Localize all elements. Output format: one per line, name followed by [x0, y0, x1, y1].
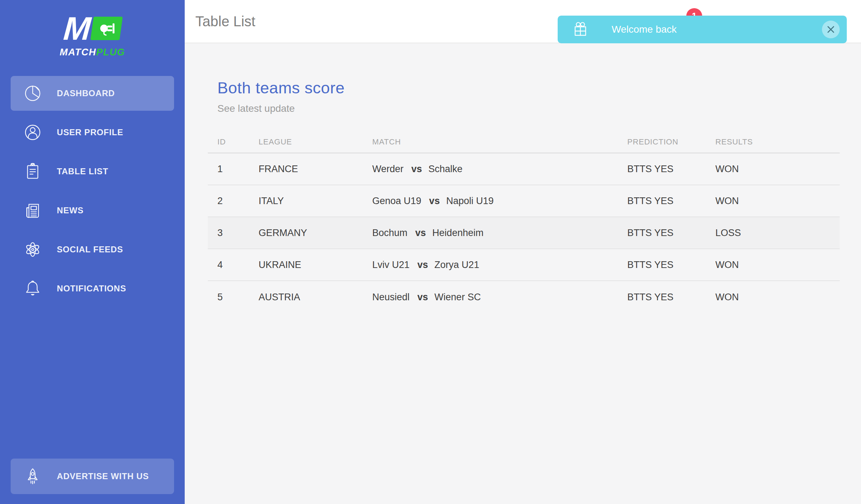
sidebar-item-label: USER PROFILE: [57, 127, 123, 137]
sidebar-item-notifications[interactable]: NOTIFICATIONS: [11, 271, 174, 306]
logo-wordmark: MATCHPLUG: [60, 47, 125, 58]
vs-label: vs: [417, 292, 428, 302]
sidebar: M MATCHPLUG DASHBOAR: [0, 0, 185, 504]
col-results: RESULTS: [715, 137, 840, 147]
plug-icon: [91, 17, 123, 40]
cell-result: WON: [715, 164, 840, 175]
table-row[interactable]: 5 AUSTRIA NeusiedlvsWiener SC BTTS YES W…: [208, 281, 840, 313]
advertise-with-us-button[interactable]: ADVERTISE WITH US: [11, 459, 174, 494]
content: Both teams score See latest update ID LE…: [185, 43, 861, 313]
sidebar-item-table-list[interactable]: TABLE LIST: [11, 154, 174, 189]
sidebar-item-label: NEWS: [57, 206, 83, 215]
toast-message: Welcome back: [612, 24, 822, 35]
sidebar-nav: DASHBOARD USER PROFILE TA: [0, 76, 185, 310]
cell-result: WON: [715, 292, 840, 303]
section-title: Both teams score: [217, 79, 861, 97]
cell-prediction: BTTS YES: [627, 196, 715, 207]
sidebar-item-label: DASHBOARD: [57, 88, 115, 98]
sidebar-item-news[interactable]: NEWS: [11, 193, 174, 228]
table-row[interactable]: 3 GERMANY BochumvsHeidenheim BTTS YES LO…: [208, 217, 840, 249]
cell-id: 4: [217, 259, 259, 270]
gift-icon: [571, 19, 590, 40]
section-subtitle: See latest update: [217, 103, 861, 114]
table-row[interactable]: 2 ITALY Genoa U19vsNapoli U19 BTTS YES W…: [208, 185, 840, 217]
sidebar-item-label: SOCIAL FEEDS: [57, 245, 123, 254]
rocket-icon: [23, 466, 43, 486]
cell-id: 2: [217, 196, 259, 207]
cell-id: 1: [217, 164, 259, 175]
predictions-table: ID LEAGUE MATCH PREDICTION RESULTS 1 FRA…: [208, 131, 840, 313]
atom-icon: [23, 240, 43, 259]
vs-label: vs: [429, 196, 440, 206]
cell-league: ITALY: [259, 196, 372, 207]
newspaper-icon: [23, 201, 43, 220]
table-header-row: ID LEAGUE MATCH PREDICTION RESULTS: [208, 131, 840, 153]
toast-close-button[interactable]: [822, 21, 840, 38]
cell-prediction: BTTS YES: [627, 164, 715, 175]
vs-label: vs: [415, 228, 426, 238]
sidebar-item-label: NOTIFICATIONS: [57, 284, 126, 294]
col-prediction: PREDICTION: [627, 137, 715, 147]
close-icon: [827, 25, 835, 34]
toast-container: 1 Welcome back: [558, 0, 847, 45]
main-area: Table List Both teams score See latest u…: [185, 0, 861, 504]
cell-league: AUSTRIA: [259, 292, 372, 303]
cell-result: WON: [715, 259, 840, 270]
table-row[interactable]: 1 FRANCE WerdervsSchalke BTTS YES WON: [208, 153, 840, 185]
cell-prediction: BTTS YES: [627, 292, 715, 303]
welcome-toast: Welcome back: [558, 16, 847, 43]
cell-league: GERMANY: [259, 228, 372, 239]
cell-prediction: BTTS YES: [627, 228, 715, 239]
table-row[interactable]: 4 UKRAINE Lviv U21vsZorya U21 BTTS YES W…: [208, 249, 840, 281]
vs-label: vs: [417, 259, 428, 270]
cell-id: 5: [217, 292, 259, 303]
vs-label: vs: [411, 164, 422, 174]
pie-chart-icon: [23, 83, 43, 103]
logo-m: M: [62, 12, 90, 45]
cell-id: 3: [217, 228, 259, 239]
sidebar-item-label: TABLE LIST: [57, 166, 108, 176]
col-id: ID: [217, 137, 259, 147]
bell-icon: [23, 279, 43, 298]
cell-match: WerdervsSchalke: [372, 164, 627, 175]
page-header-title: Table List: [195, 13, 255, 29]
cell-league: FRANCE: [259, 164, 372, 175]
sidebar-item-dashboard[interactable]: DASHBOARD: [11, 76, 174, 111]
cell-prediction: BTTS YES: [627, 259, 715, 270]
col-league: LEAGUE: [259, 137, 372, 147]
col-match: MATCH: [372, 137, 627, 147]
clipboard-icon: [23, 161, 43, 181]
logo: M MATCHPLUG: [0, 0, 185, 58]
cell-result: LOSS: [715, 228, 840, 239]
advertise-label: ADVERTISE WITH US: [57, 471, 149, 481]
cell-league: UKRAINE: [259, 259, 372, 270]
sidebar-item-user-profile[interactable]: USER PROFILE: [11, 115, 174, 150]
cell-match: Lviv U21vsZorya U21: [372, 259, 627, 270]
cell-result: WON: [715, 196, 840, 207]
cell-match: BochumvsHeidenheim: [372, 228, 627, 239]
cell-match: Genoa U19vsNapoli U19: [372, 196, 627, 207]
sidebar-item-social-feeds[interactable]: SOCIAL FEEDS: [11, 232, 174, 267]
user-icon: [23, 122, 43, 142]
cell-match: NeusiedlvsWiener SC: [372, 292, 627, 303]
